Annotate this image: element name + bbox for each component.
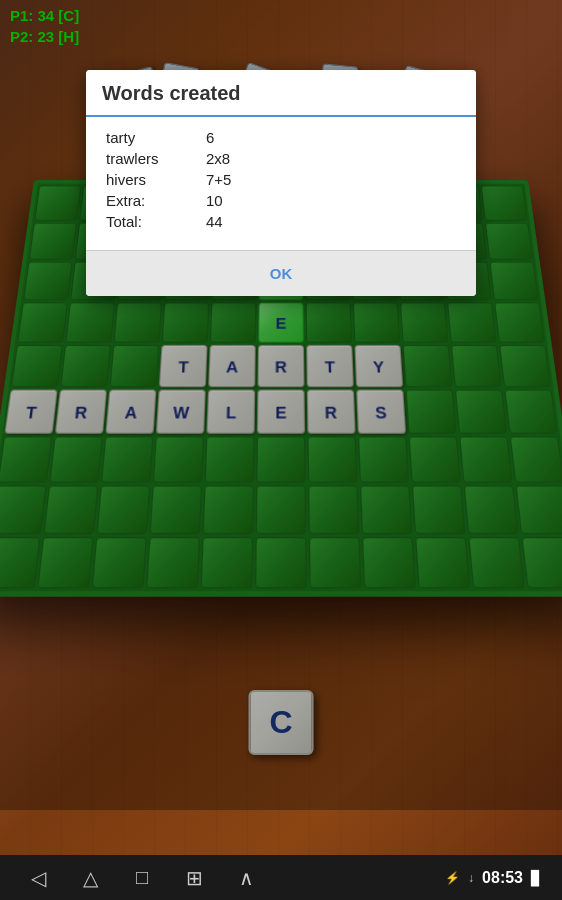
- back-button[interactable]: ◁: [20, 860, 56, 896]
- time-display: 08:53: [482, 869, 523, 887]
- dialog-title: Words created: [102, 82, 460, 105]
- word-entry: Total:44: [106, 213, 456, 230]
- ok-button[interactable]: OK: [250, 261, 313, 286]
- recent-apps-button[interactable]: □: [124, 860, 160, 896]
- usb-icon: ⚡: [445, 871, 460, 885]
- word-entry: Extra:10: [106, 192, 456, 209]
- dialog-footer: OK: [86, 250, 476, 296]
- nav-right: ⚡ ↓ 08:53 ▊: [445, 869, 542, 887]
- word-score: 6: [206, 129, 214, 146]
- word-name: hivers: [106, 171, 186, 188]
- dialog-title-bar: Words created: [86, 70, 476, 117]
- game-area: P1: 34 [C] P2: 23 [H] HIVE: [0, 0, 562, 855]
- home-button[interactable]: △: [72, 860, 108, 896]
- up-button[interactable]: ∧: [228, 860, 264, 896]
- word-entry: trawlers2x8: [106, 150, 456, 167]
- download-icon: ↓: [468, 871, 474, 885]
- word-name: trawlers: [106, 150, 186, 167]
- word-score: 10: [206, 192, 223, 209]
- word-score: 2x8: [206, 150, 230, 167]
- word-name: Extra:: [106, 192, 186, 209]
- word-entry: hivers7+5: [106, 171, 456, 188]
- word-name: tarty: [106, 129, 186, 146]
- word-entry: tarty6: [106, 129, 456, 146]
- nav-bar: ◁ △ □ ⊞ ∧ ⚡ ↓ 08:53 ▊: [0, 855, 562, 900]
- signal-icon: ▊: [531, 870, 542, 886]
- dialog-content: tarty6trawlers2x8hivers7+5Extra:10Total:…: [86, 117, 476, 250]
- word-score: 7+5: [206, 171, 231, 188]
- word-score: 44: [206, 213, 223, 230]
- dialog-box: Words created tarty6trawlers2x8hivers7+5…: [86, 70, 476, 296]
- word-name: Total:: [106, 213, 186, 230]
- dialog-overlay: Words created tarty6trawlers2x8hivers7+5…: [0, 0, 562, 810]
- qr-button[interactable]: ⊞: [176, 860, 212, 896]
